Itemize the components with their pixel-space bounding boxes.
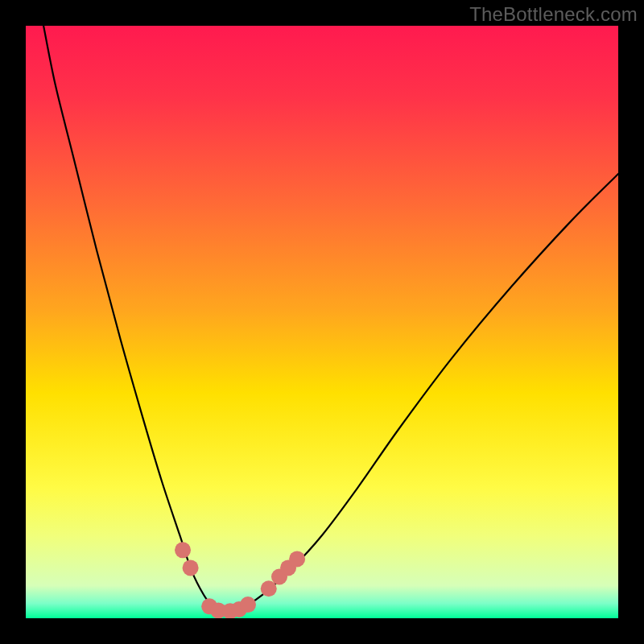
plot-area [26, 26, 618, 618]
curve-marker [240, 597, 256, 613]
gradient-background [26, 26, 618, 618]
chart-frame: TheBottleneck.com [0, 0, 644, 644]
curve-marker [183, 559, 199, 576]
curve-marker [289, 551, 305, 567]
bottleneck-curve-chart [26, 26, 618, 618]
curve-marker [175, 542, 191, 558]
watermark-text: TheBottleneck.com [469, 3, 638, 26]
